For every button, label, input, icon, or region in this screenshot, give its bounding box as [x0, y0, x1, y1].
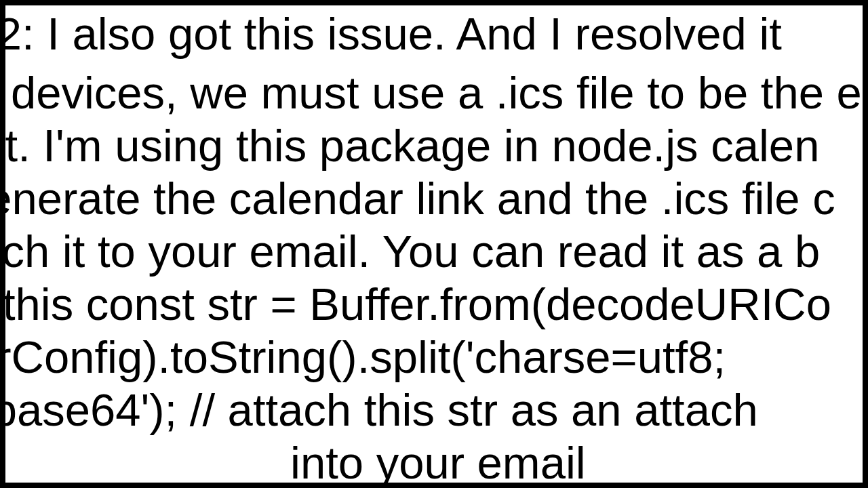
text-line-4: generate the calendar link and the .ics … [0, 172, 835, 225]
text-line-5: ttach it to your email. You can read it … [0, 225, 820, 278]
text-line-9: into your email [290, 436, 586, 488]
text-line-8: ng('base64'); // attach this str as an a… [0, 384, 758, 436]
text-line-2: e devices, we must use a .ics file to be… [0, 66, 862, 119]
text-line-3: ent. I'm using this package in node.js c… [0, 119, 819, 172]
text-line-7: alendarConfig).toString().split('charse=… [0, 331, 726, 384]
text-line-6: e this const str = Buffer.from(decodeURI… [0, 278, 831, 331]
text-line-1: ver 2: I also got this issue. And I reso… [0, 7, 782, 60]
